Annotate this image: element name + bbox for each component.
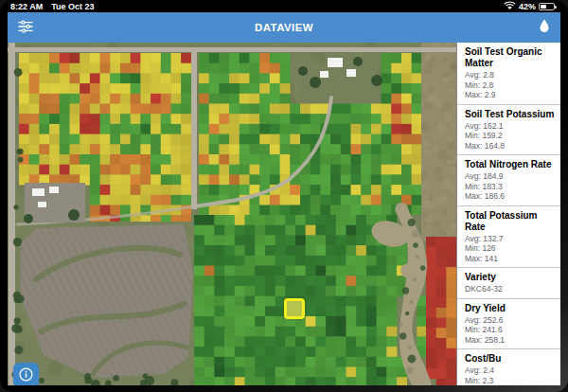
water-drop-button[interactable] — [539, 19, 550, 36]
metric-title: Total Potassium Rate — [465, 210, 557, 233]
metric-title: Cost/Bu — [465, 353, 557, 365]
metric-stat: Avg: 252.6 — [465, 315, 557, 326]
metric-section: Cost/BuAvg: 2.4Min: 2.3Max: 2.4 — [457, 349, 560, 385]
metric-title: Soil Test Potassium — [465, 109, 557, 120]
metric-title: Dry Yield — [465, 303, 557, 314]
metric-stat: Max: 164.8 — [465, 141, 557, 151]
metric-section: Dry YieldAvg: 252.6Min: 241.6Max: 258.1 — [457, 299, 560, 350]
metrics-sidebar[interactable]: Soil Test Organic MatterAvg: 2.8Min: 2.8… — [456, 43, 560, 385]
metric-stat: Max: 186.6 — [465, 191, 557, 202]
metric-stat: Avg: 132.7 — [465, 234, 557, 244]
metric-stat: Max: 2.9 — [465, 90, 557, 100]
metric-section: Soil Test Organic MatterAvg: 2.8Min: 2.8… — [457, 43, 560, 105]
metric-section: Total Potassium RateAvg: 132.7Min: 126Ma… — [457, 206, 560, 269]
metric-stat: Avg: 184.9 — [465, 171, 557, 182]
metric-title: Soil Test Organic Matter — [465, 46, 557, 69]
water-drop-icon — [539, 19, 550, 36]
tablet-device-frame: 8:22 AM Tue Oct 23 42% — [0, 0, 568, 392]
metric-stat: Avg: 2.4 — [465, 365, 557, 376]
status-date: Tue Oct 23 — [51, 2, 94, 11]
field-map-canvas[interactable] — [8, 43, 456, 385]
metric-stat: Min: 2.8 — [465, 80, 557, 91]
status-bar: 8:22 AM Tue Oct 23 42% — [8, 0, 560, 12]
metric-section: Soil Test PotassiumAvg: 162.1Min: 159.2M… — [457, 105, 560, 156]
metric-section: VarietyDKC64-32 — [457, 268, 560, 299]
metric-stat: Min: 159.2 — [465, 131, 557, 141]
metric-title: Variety — [465, 272, 557, 283]
page-title: DATAVIEW — [8, 22, 560, 33]
metric-stat: Min: 126 — [465, 243, 557, 254]
filter-settings-button[interactable] — [18, 20, 33, 36]
metric-stat: Avg: 2.8 — [465, 70, 557, 80]
metric-stat: Min: 241.6 — [465, 325, 557, 335]
metric-stat: Avg: 162.1 — [465, 121, 557, 132]
sliders-filter-icon — [18, 20, 33, 36]
metric-stat: Min: 183.3 — [465, 182, 557, 192]
info-button[interactable] — [13, 363, 39, 385]
field-map[interactable] — [8, 43, 456, 385]
battery-icon — [539, 3, 555, 10]
metric-stat: Max: 141 — [465, 254, 557, 264]
selected-map-cell[interactable] — [284, 298, 305, 319]
metric-title: Total Nitrogen Rate — [465, 159, 557, 170]
nav-bar: DATAVIEW — [8, 12, 560, 43]
metric-section: Total Nitrogen RateAvg: 184.9Min: 183.3M… — [457, 155, 560, 206]
metric-stat: Max: 258.1 — [465, 335, 557, 346]
metric-stat: DKC64-32 — [465, 284, 557, 294]
status-time: 8:22 AM — [10, 2, 43, 11]
metric-stat: Min: 2.3 — [465, 376, 557, 386]
battery-percent: 42% — [519, 2, 536, 11]
info-icon — [18, 366, 34, 385]
wifi-icon — [504, 1, 516, 12]
app-screen: 8:22 AM Tue Oct 23 42% — [8, 0, 560, 385]
